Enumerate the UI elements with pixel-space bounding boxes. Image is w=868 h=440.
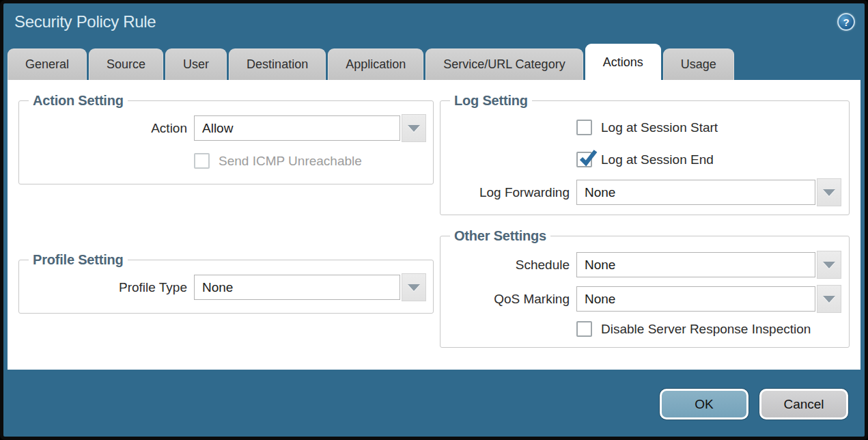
tab-general[interactable]: General — [8, 49, 87, 80]
tab-destination[interactable]: Destination — [229, 49, 326, 80]
qos-marking-row: QoS Marking None — [447, 285, 842, 313]
log-session-start-row: Log at Session Start — [576, 120, 842, 135]
tab-service-url-category[interactable]: Service/URL Category — [425, 49, 583, 80]
profile-setting-group: Profile Setting Profile Type None — [18, 252, 434, 314]
schedule-select-value[interactable]: None — [576, 252, 815, 277]
dsri-row: Disable Server Response Inspection — [576, 321, 842, 337]
ok-button[interactable]: OK — [660, 389, 748, 420]
schedule-row: Schedule None — [447, 251, 842, 279]
chevron-down-icon — [408, 125, 420, 132]
qos-marking-label: QoS Marking — [447, 292, 576, 307]
schedule-label: Schedule — [447, 258, 576, 273]
profile-type-select-button[interactable] — [402, 273, 426, 301]
tab-application[interactable]: Application — [328, 49, 423, 80]
tab-source[interactable]: Source — [89, 49, 163, 80]
tab-usage[interactable]: Usage — [663, 49, 734, 80]
chevron-down-icon — [408, 284, 420, 291]
action-setting-group: Action Setting Action Allow Send ICMP Un… — [18, 93, 434, 184]
dsri-label: Disable Server Response Inspection — [601, 322, 811, 337]
log-session-end-checkbox[interactable] — [576, 152, 592, 167]
profile-setting-legend: Profile Setting — [29, 252, 128, 268]
dialog-title: Security Policy Rule — [14, 12, 156, 31]
tab-user[interactable]: User — [165, 49, 227, 80]
titlebar: Security Policy Rule ? — [3, 3, 865, 40]
tab-actions[interactable]: Actions — [585, 44, 661, 80]
security-policy-rule-dialog: Security Policy Rule ? General Source Us… — [0, 0, 868, 440]
log-forwarding-row: Log Forwarding None — [447, 178, 842, 206]
schedule-select-button[interactable] — [817, 251, 841, 279]
help-icon[interactable]: ? — [837, 13, 855, 31]
profile-type-label: Profile Type — [26, 280, 194, 295]
profile-type-select[interactable]: None — [194, 273, 426, 301]
action-select-value[interactable]: Allow — [194, 115, 400, 141]
dialog-footer: OK Cancel — [3, 370, 865, 437]
log-session-start-checkbox[interactable] — [576, 120, 592, 135]
action-setting-legend: Action Setting — [29, 93, 128, 109]
qos-marking-select-value[interactable]: None — [576, 286, 815, 312]
other-settings-group: Other Settings Schedule None QoS Marking… — [440, 228, 850, 348]
send-icmp-label: Send ICMP Unreachable — [219, 154, 362, 169]
log-session-end-label: Log at Session End — [601, 152, 714, 167]
checkmark-icon — [578, 148, 598, 168]
send-icmp-checkbox[interactable] — [194, 153, 210, 169]
log-forwarding-select-button[interactable] — [817, 178, 841, 206]
log-session-end-row: Log at Session End — [576, 152, 842, 167]
dsri-checkbox[interactable] — [576, 321, 592, 337]
log-forwarding-select[interactable]: None — [576, 178, 841, 206]
chevron-down-icon — [823, 189, 835, 196]
log-forwarding-label: Log Forwarding — [447, 185, 576, 200]
action-label: Action — [26, 121, 194, 136]
schedule-select[interactable]: None — [576, 251, 841, 279]
chevron-down-icon — [823, 296, 835, 303]
chevron-down-icon — [823, 262, 835, 269]
actions-tab-panel: Action Setting Action Allow Send ICMP Un… — [8, 80, 860, 370]
action-select-button[interactable] — [402, 114, 426, 142]
other-settings-legend: Other Settings — [450, 228, 550, 244]
action-row: Action Allow — [26, 114, 426, 142]
profile-type-row: Profile Type None — [26, 273, 426, 301]
tab-bar: General Source User Destination Applicat… — [3, 40, 865, 80]
action-select[interactable]: Allow — [194, 114, 426, 142]
qos-marking-select-button[interactable] — [817, 285, 841, 313]
profile-type-select-value[interactable]: None — [194, 275, 400, 300]
log-session-start-label: Log at Session Start — [601, 120, 718, 135]
log-forwarding-select-value[interactable]: None — [576, 180, 815, 205]
log-setting-group: Log Setting Log at Session Start Log at … — [440, 93, 850, 215]
qos-marking-select[interactable]: None — [576, 285, 841, 313]
cancel-button[interactable]: Cancel — [759, 389, 848, 420]
send-icmp-row: Send ICMP Unreachable — [194, 153, 426, 169]
log-setting-legend: Log Setting — [450, 93, 532, 109]
